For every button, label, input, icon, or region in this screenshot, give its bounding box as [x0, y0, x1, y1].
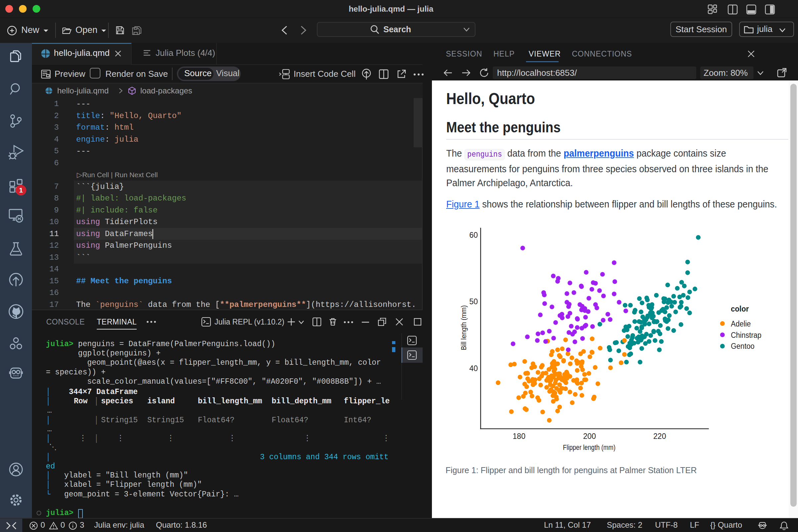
- svg-text:220: 220: [653, 432, 666, 440]
- svg-text:200: 200: [583, 432, 596, 440]
- svg-text:180: 180: [513, 432, 525, 440]
- svg-text:Adelie: Adelie: [731, 320, 751, 328]
- svg-text:color: color: [731, 305, 749, 313]
- svg-text:40: 40: [469, 364, 478, 373]
- svg-text:Gentoo: Gentoo: [731, 342, 755, 350]
- svg-text:50: 50: [469, 297, 478, 306]
- svg-text:Flipper length (mm): Flipper length (mm): [563, 443, 615, 452]
- svg-text:Bill length (mm): Bill length (mm): [459, 305, 468, 350]
- svg-text:60: 60: [469, 231, 478, 240]
- svg-text:Chinstrap: Chinstrap: [731, 331, 761, 340]
